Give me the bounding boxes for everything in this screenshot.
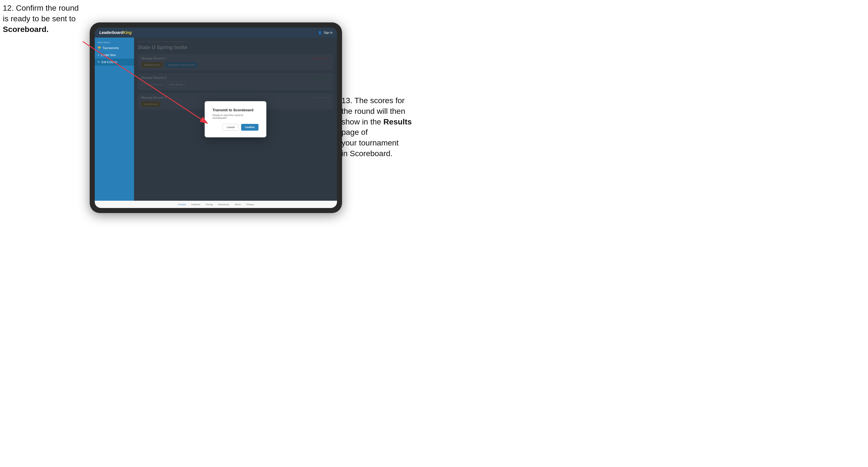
logo-king: King [123,30,132,35]
logo-area: Leaderboard King [99,30,132,35]
sidebar-menu-label: MAIN MENU [95,40,134,44]
modal-confirm-button[interactable]: Confirm [241,124,259,131]
transmit-modal: Transmit to Scoreboard Ready to send thi… [205,101,266,137]
footer-link-product[interactable]: Product [178,203,186,206]
footer-link-features[interactable]: Features [191,203,200,206]
tablet-shell: Leaderboard King 👤 Sign In MAIN MENU 🏆 T… [90,23,342,213]
tablet-screen: Leaderboard King 👤 Sign In MAIN MENU 🏆 T… [95,28,337,208]
footer-link-resources[interactable]: Resources [218,203,229,206]
top-nav-right: 👤 Sign In [318,31,333,34]
trophy-icon: 🏆 [98,46,101,50]
plus-icon: + [98,54,99,57]
page-content: Home > Tournaments > State U Spring Invi… [134,37,337,201]
sidebar-item-edit-existing[interactable]: ✎ Edit Existing [95,59,134,66]
footer: ProductFeaturesPricingResourcesTermsPriv… [95,201,337,208]
top-nav: Leaderboard King 👤 Sign In [95,28,337,37]
footer-link-pricing[interactable]: Pricing [206,203,213,206]
sign-in-button[interactable]: Sign In [324,31,333,34]
modal-title: Transmit to Scoreboard [213,108,258,112]
user-icon: 👤 [318,31,321,34]
main-area: MAIN MENU 🏆 Tournaments + Create New ✎ E… [95,37,337,201]
logo-text: Leaderboard [99,30,123,35]
annotation-right: 13. The scores for the round will then s… [341,95,431,159]
sidebar-item-tournaments[interactable]: 🏆 Tournaments [95,44,134,52]
sidebar: MAIN MENU 🏆 Tournaments + Create New ✎ E… [95,37,134,201]
footer-link-terms[interactable]: Terms [235,203,241,206]
sidebar-item-create-new[interactable]: + Create New [95,52,134,59]
footer-link-privacy[interactable]: Privacy [246,203,254,206]
modal-overlay: Transmit to Scoreboard Ready to send thi… [134,37,337,201]
annotation-top: 12. Confirm the round is ready to be sen… [3,3,79,34]
modal-subtitle: Ready to send this round to Scoreboard? [213,114,258,119]
edit-icon: ✎ [98,61,100,64]
modal-actions: Cancel Confirm [213,124,258,131]
modal-cancel-button[interactable]: Cancel [222,124,239,131]
